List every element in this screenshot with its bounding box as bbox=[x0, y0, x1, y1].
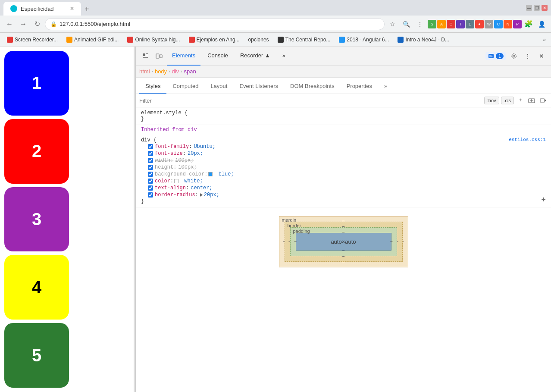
new-style-rule-button[interactable] bbox=[527, 96, 536, 105]
menu-icon[interactable]: ⋮ bbox=[414, 18, 426, 30]
bookmark-angular[interactable]: Ejemplos en Ang... bbox=[185, 36, 243, 44]
style-tab-dom-breakpoints[interactable]: DOM Breakpoints bbox=[284, 79, 341, 94]
browser-frame: Especificidad ✕ + — ❐ ✕ ← → ↻ 🔒 127.0.0.… bbox=[0, 0, 551, 392]
bookmark-screen-recorder[interactable]: Screen Recorder... bbox=[3, 36, 61, 44]
style-tab-more[interactable]: » bbox=[378, 79, 393, 94]
style-tab-computed[interactable]: Computed bbox=[166, 79, 204, 94]
style-tab-properties[interactable]: Properties bbox=[341, 79, 378, 94]
devtools-tab-console[interactable]: Console bbox=[202, 47, 233, 66]
ext-icon-6[interactable]: ● bbox=[475, 20, 484, 28]
style-tab-event-listeners[interactable]: Event Listeners bbox=[233, 79, 284, 94]
title-bar: Especificidad ✕ + — ❐ ✕ bbox=[0, 0, 551, 16]
box-model-margin: margin – – – – border – – – – padding bbox=[279, 216, 408, 267]
profile-icon[interactable]: 👤 bbox=[535, 18, 548, 30]
devtools-tab-recorder[interactable]: Recorder ▲ bbox=[235, 47, 276, 66]
bookmark-favicon-8 bbox=[398, 37, 404, 43]
back-button[interactable]: ← bbox=[3, 18, 16, 30]
css-prop-font-family: font-family : Ubuntu; bbox=[141, 143, 546, 150]
bookmark-central-repo[interactable]: The Central Repo... bbox=[274, 36, 334, 44]
breadcrumb-html[interactable]: html bbox=[139, 68, 150, 75]
add-style-button[interactable]: + bbox=[516, 96, 525, 105]
prop-checkbox-height[interactable] bbox=[148, 165, 153, 170]
bookmark-label-6: The Central Repo... bbox=[285, 37, 331, 43]
devtools-tab-more[interactable]: » bbox=[277, 47, 291, 66]
extensions-button[interactable]: 🧩 bbox=[523, 18, 535, 30]
ext-icon-1[interactable]: S bbox=[428, 20, 436, 28]
page-content: 1 2 3 4 5 bbox=[0, 47, 134, 392]
triangle-icon bbox=[200, 193, 203, 197]
prop-checkbox-font-family[interactable] bbox=[148, 144, 153, 149]
inherited-element[interactable]: div bbox=[188, 127, 197, 133]
breadcrumb-body[interactable]: body bbox=[155, 68, 167, 75]
bookmark-label-4: Ejemplos en Ang... bbox=[197, 37, 240, 43]
bookmark-opciones[interactable]: opciones bbox=[245, 36, 272, 44]
filter-input[interactable] bbox=[139, 97, 482, 104]
element-style-closing: } bbox=[141, 116, 546, 122]
devtools-settings-button[interactable] bbox=[508, 50, 520, 62]
style-tabs: Styles Computed Layout Event Listeners D… bbox=[136, 78, 551, 94]
ext-icon-4[interactable]: T bbox=[456, 20, 465, 28]
prop-checkbox-color[interactable] bbox=[148, 179, 153, 184]
devtools-more-button[interactable]: ⋮ bbox=[522, 50, 534, 62]
toggle-device-button[interactable] bbox=[538, 96, 548, 105]
bookmark-favicon-3 bbox=[127, 37, 133, 43]
close-button[interactable]: ✕ bbox=[542, 5, 548, 11]
refresh-button[interactable]: ↻ bbox=[31, 18, 43, 30]
bookmark-favicon-7 bbox=[339, 37, 345, 43]
css-prop-background-color: background-color : blue; bbox=[141, 171, 546, 178]
color-swatch-bg[interactable] bbox=[208, 172, 213, 176]
forward-button[interactable]: → bbox=[17, 18, 29, 30]
tab-close-button[interactable]: ✕ bbox=[70, 6, 74, 12]
ext-icon-7[interactable]: W bbox=[485, 20, 493, 28]
element-style-selector: element.style { bbox=[141, 110, 546, 116]
style-tab-styles[interactable]: Styles bbox=[139, 79, 166, 94]
bookmark-angular6[interactable]: 2018 - Angular 6... bbox=[335, 36, 392, 44]
ext-icon-3[interactable]: O bbox=[447, 20, 455, 28]
active-tab[interactable]: Especificidad ✕ bbox=[3, 2, 81, 16]
box-4: 4 bbox=[4, 255, 69, 320]
file-reference[interactable]: estilos.css:1 bbox=[509, 137, 546, 142]
prop-checkbox-text-align[interactable] bbox=[148, 185, 153, 191]
ext-icon-2[interactable]: A bbox=[437, 20, 446, 28]
devtools-close-button[interactable]: ✕ bbox=[535, 50, 548, 62]
breadcrumb-sep-2: › bbox=[169, 69, 170, 74]
color-swatch-text[interactable] bbox=[174, 179, 178, 183]
bookmark-favicon-2 bbox=[66, 37, 72, 43]
ext-icon-10[interactable]: P bbox=[513, 20, 522, 28]
cls-button[interactable]: .cls bbox=[501, 97, 514, 104]
more-bookmarks-button[interactable]: » bbox=[541, 36, 548, 44]
style-tab-layout[interactable]: Layout bbox=[204, 79, 233, 94]
box-2: 2 bbox=[4, 119, 69, 184]
prop-checkbox-border-radius[interactable] bbox=[148, 192, 153, 198]
device-toolbar-button[interactable] bbox=[153, 50, 165, 62]
css-prop-text-align: text-align : center; bbox=[141, 185, 546, 191]
ext-icon-9[interactable]: N bbox=[504, 20, 512, 28]
devtools-tab-elements[interactable]: Elements bbox=[167, 47, 200, 66]
ext-icon-5[interactable]: E bbox=[466, 20, 474, 28]
breadcrumb-div[interactable]: div bbox=[172, 68, 179, 75]
prop-checkbox-font-size[interactable] bbox=[148, 151, 153, 156]
breadcrumb-sep-1: › bbox=[152, 69, 153, 74]
search-icon[interactable]: 🔍 bbox=[400, 18, 412, 30]
element-picker-button[interactable] bbox=[139, 50, 151, 62]
prop-checkbox-bg-color[interactable] bbox=[148, 172, 153, 177]
new-tab-button[interactable]: + bbox=[81, 3, 93, 16]
div-rule-closing: } bbox=[141, 198, 546, 204]
bookmark-syntax[interactable]: Online Syntax hig... bbox=[124, 36, 183, 44]
box-5: 5 bbox=[4, 323, 69, 388]
console-counter[interactable]: 1 bbox=[485, 52, 506, 60]
filter-bar: :hov .cls + bbox=[136, 94, 551, 107]
ext-icon-8[interactable]: C bbox=[494, 20, 503, 28]
bookmark-neo4j[interactable]: Intro a Neo4J - D... bbox=[394, 36, 452, 44]
minimize-button[interactable]: — bbox=[526, 5, 532, 11]
bookmark-star-icon[interactable]: ☆ bbox=[386, 18, 398, 30]
breadcrumb-span[interactable]: span bbox=[184, 68, 196, 75]
prop-checkbox-width[interactable] bbox=[148, 158, 153, 163]
bookmark-gif-editor[interactable]: Animated GIF edi... bbox=[63, 36, 122, 44]
hov-button[interactable]: :hov bbox=[484, 97, 499, 104]
maximize-button[interactable]: ❐ bbox=[534, 5, 540, 11]
styles-panel[interactable]: :hov .cls + element.style { bbox=[136, 94, 551, 392]
add-rule-button[interactable]: + bbox=[541, 196, 546, 204]
url-bar[interactable]: 🔒 127.0.0.1:5500/ejemplo.html bbox=[45, 18, 385, 30]
box-3: 3 bbox=[4, 187, 69, 252]
